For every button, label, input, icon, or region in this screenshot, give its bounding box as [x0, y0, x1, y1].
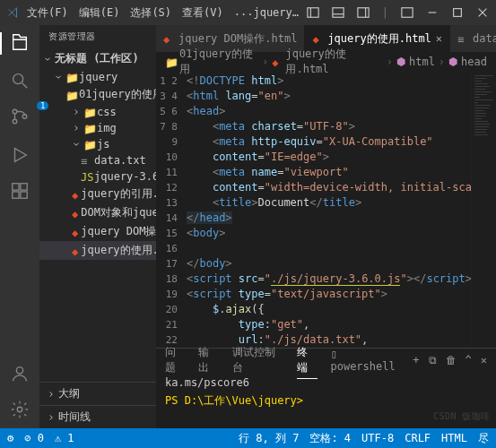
- tree-item[interactable]: 📁js: [39, 136, 156, 152]
- sidebar-workspace[interactable]: 无标题 (工作区): [39, 48, 156, 69]
- svg-rect-8: [454, 9, 462, 17]
- status-errors[interactable]: ⊘ 0: [24, 432, 44, 444]
- menu-view[interactable]: 查看(V): [182, 5, 223, 21]
- minimize-icon[interactable]: [426, 6, 439, 19]
- status-encoding[interactable]: UTF-8: [361, 432, 394, 444]
- close-tab-icon[interactable]: ✕: [436, 32, 442, 45]
- code-content[interactable]: <!DOCTYPE html> <html lang="en"> <head> …: [187, 72, 471, 348]
- scm-badge: 1: [37, 101, 48, 110]
- layout-icon[interactable]: [401, 6, 413, 19]
- svg-rect-0: [308, 8, 318, 18]
- terminal-shell[interactable]: ▯ powershell: [330, 348, 404, 373]
- html-icon: ◆: [272, 56, 282, 67]
- svg-rect-6: [402, 8, 413, 18]
- menu-more[interactable]: ...: [234, 5, 254, 21]
- svg-rect-2: [333, 8, 344, 18]
- tree-item[interactable]: ◆jquery DOM操作.h...: [39, 222, 156, 241]
- svg-point-11: [13, 74, 23, 84]
- svg-point-20: [16, 367, 22, 374]
- close-panel-icon[interactable]: ✕: [481, 354, 487, 366]
- menu-bar: 文件(F) 编辑(E) 选择(S) 查看(V) ...: [27, 5, 253, 21]
- chevron-right-icon: [47, 390, 56, 399]
- line-numbers: 1 2 3 4 5 6 7 8 9 10 11 12 13 14 15 16 1…: [156, 72, 187, 348]
- tree-item[interactable]: ≡data.txt: [39, 152, 156, 168]
- status-eol[interactable]: CRLF: [405, 432, 431, 444]
- terminal-tabs: 问题 输出 调试控制台 终端 ▯ powershell + ⧉ 🗑 ^ ✕: [156, 349, 496, 372]
- panel-left-icon[interactable]: [307, 6, 319, 19]
- tree-item[interactable]: 📁jquery: [39, 69, 156, 85]
- panel-right-icon[interactable]: [357, 6, 370, 19]
- sidebar: 资源管理器 无标题 (工作区) 📁jquery📁01jquery的使用📁css📁…: [39, 25, 156, 428]
- status-bar: ⚙ ⊘ 0 ⚠ 1 行 8, 列 7 空格: 4 UTF-8 CRLF HTML…: [0, 428, 496, 448]
- tree-item[interactable]: 📁img: [39, 120, 156, 136]
- tree-item[interactable]: ◆jquery的使用.html: [39, 241, 156, 260]
- tree-item[interactable]: 📁01jquery的使用: [39, 85, 156, 104]
- source-control-icon[interactable]: [10, 107, 30, 126]
- menu-select[interactable]: 选择(S): [130, 5, 171, 21]
- status-notifications[interactable]: 尽: [478, 431, 489, 446]
- explorer-icon[interactable]: [10, 32, 30, 52]
- tree-item[interactable]: JSjquery-3.6.0.js: [39, 168, 156, 185]
- chevron-down-icon: [43, 55, 52, 64]
- svg-point-13: [13, 109, 17, 114]
- svg-rect-17: [21, 184, 27, 190]
- new-terminal-icon[interactable]: +: [413, 354, 419, 366]
- svg-point-21: [17, 407, 22, 412]
- debug-icon[interactable]: [10, 145, 30, 165]
- remote-icon[interactable]: ⚙: [7, 432, 13, 444]
- file-tree: 📁jquery📁01jquery的使用📁css📁img📁js≡data.txtJ…: [39, 69, 156, 382]
- trash-icon[interactable]: 🗑: [446, 354, 457, 366]
- svg-rect-16: [13, 184, 19, 190]
- breadcrumb[interactable]: 📁01jquery的使用› ◆jquery的使用.html› ⬢html› ⬢h…: [156, 52, 496, 72]
- status-spaces[interactable]: 空格: 4: [309, 431, 351, 446]
- window-controls: |: [307, 6, 489, 19]
- close-icon[interactable]: [476, 6, 489, 19]
- vscode-icon: [7, 6, 20, 19]
- account-icon[interactable]: [10, 364, 30, 383]
- editor-tab[interactable]: ≡data.txt: [450, 25, 496, 52]
- tree-item[interactable]: ◆jquery的引用.html: [39, 185, 156, 203]
- menu-file[interactable]: 文件(F): [27, 5, 68, 21]
- folder-icon: 📁: [165, 56, 176, 67]
- search-icon[interactable]: [10, 71, 30, 90]
- svg-rect-19: [21, 192, 27, 198]
- tree-item[interactable]: 📁css: [39, 104, 156, 120]
- activity-bar: 1: [0, 25, 39, 428]
- window-title: jquery的使用.html - 无标题 (工作...: [253, 5, 306, 21]
- watermark: CSDN 饭咖啡: [433, 410, 491, 423]
- panel-bottom-icon[interactable]: [332, 6, 344, 19]
- svg-rect-18: [13, 192, 19, 198]
- minimap[interactable]: [471, 72, 496, 348]
- extensions-icon[interactable]: [10, 181, 30, 201]
- status-cursor[interactable]: 行 8, 列 7: [239, 431, 299, 446]
- menu-edit[interactable]: 编辑(E): [79, 5, 120, 21]
- editor-area: ◆jquery DOM操作.html◆jquery的使用.html✕≡data.…: [156, 25, 496, 428]
- svg-point-14: [13, 119, 17, 124]
- maximize-icon[interactable]: [451, 6, 464, 19]
- settings-icon[interactable]: [10, 400, 30, 419]
- sidebar-timeline[interactable]: 时间线: [39, 405, 156, 428]
- maximize-panel-icon[interactable]: ^: [466, 354, 472, 366]
- svg-line-12: [22, 83, 28, 89]
- title-bar: 文件(F) 编辑(E) 选择(S) 查看(V) ... jquery的使用.ht…: [0, 0, 496, 25]
- svg-rect-4: [358, 8, 369, 18]
- tree-item[interactable]: ◆DOM对象和jquery...: [39, 203, 156, 222]
- chevron-right-icon: [47, 413, 56, 422]
- split-terminal-icon[interactable]: ⧉: [429, 354, 437, 366]
- code-editor[interactable]: 1 2 3 4 5 6 7 8 9 10 11 12 13 14 15 16 1…: [156, 72, 496, 348]
- status-warnings[interactable]: ⚠ 1: [55, 432, 74, 444]
- status-lang[interactable]: HTML: [441, 432, 467, 444]
- sidebar-outline[interactable]: 大纲: [39, 382, 156, 405]
- sidebar-title: 资源管理器: [39, 25, 156, 48]
